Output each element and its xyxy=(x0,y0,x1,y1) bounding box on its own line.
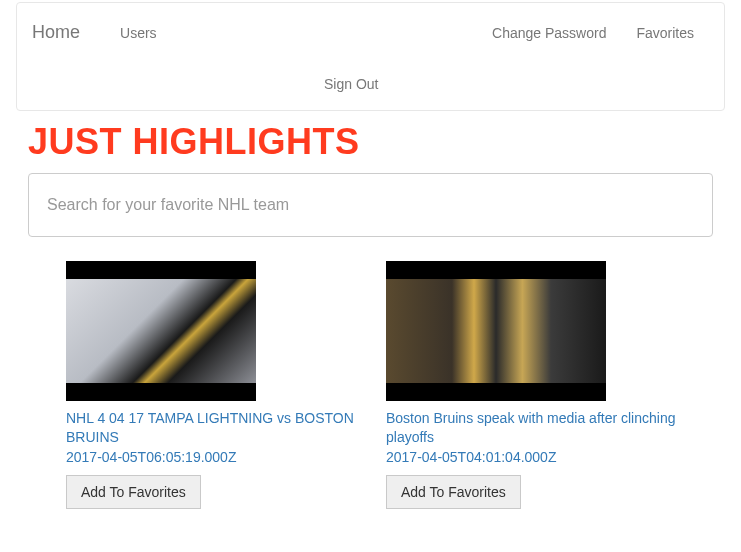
video-thumbnail[interactable] xyxy=(386,261,606,401)
nav-left: Users xyxy=(105,10,172,56)
nav-link-favorites[interactable]: Favorites xyxy=(621,10,709,56)
navbar: Home Users Change Password Favorites Sig… xyxy=(16,2,725,111)
video-date: 2017-04-05T06:05:19.000Z xyxy=(66,449,356,465)
video-title-link[interactable]: Boston Bruins speak with media after cli… xyxy=(386,409,676,447)
video-card: Boston Bruins speak with media after cli… xyxy=(386,261,676,509)
add-to-favorites-button[interactable]: Add To Favorites xyxy=(66,475,201,509)
nav-brand-home[interactable]: Home xyxy=(32,7,95,58)
search-box xyxy=(28,173,713,237)
nav-link-change-password[interactable]: Change Password xyxy=(477,10,621,56)
video-date: 2017-04-05T04:01:04.000Z xyxy=(386,449,676,465)
page-title: JUST HIGHLIGHTS xyxy=(28,121,713,163)
video-card: NHL 4 04 17 TAMPA LIGHTNING vs BOSTON BR… xyxy=(66,261,356,509)
search-input[interactable] xyxy=(47,196,694,214)
nav-right: Change Password Favorites xyxy=(477,10,709,56)
add-to-favorites-button[interactable]: Add To Favorites xyxy=(386,475,521,509)
navbar-row-1: Home Users Change Password Favorites xyxy=(17,3,724,62)
cards-container: NHL 4 04 17 TAMPA LIGHTNING vs BOSTON BR… xyxy=(28,261,713,509)
video-title-link[interactable]: NHL 4 04 17 TAMPA LIGHTNING vs BOSTON BR… xyxy=(66,409,356,447)
content: JUST HIGHLIGHTS NHL 4 04 17 TAMPA LIGHTN… xyxy=(0,121,741,509)
navbar-row-2: Sign Out xyxy=(17,62,724,110)
nav-link-users[interactable]: Users xyxy=(105,10,172,56)
video-thumbnail[interactable] xyxy=(66,261,256,401)
nav-link-sign-out[interactable]: Sign Out xyxy=(32,66,378,102)
